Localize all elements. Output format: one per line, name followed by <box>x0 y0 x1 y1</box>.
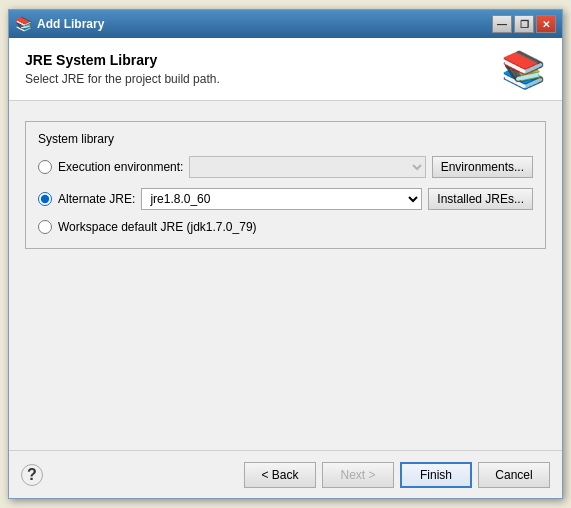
main-window: 📚 Add Library — ❐ ✕ JRE System Library S… <box>8 9 563 499</box>
execution-env-label: Execution environment: <box>58 160 183 174</box>
execution-env-select[interactable] <box>189 156 425 178</box>
alternate-jre-radio[interactable] <box>38 192 52 206</box>
cancel-button[interactable]: Cancel <box>478 462 550 488</box>
minimize-button[interactable]: — <box>492 15 512 33</box>
execution-env-row: Execution environment: Environments... <box>38 156 533 178</box>
help-button[interactable]: ? <box>21 464 43 486</box>
close-button[interactable]: ✕ <box>536 15 556 33</box>
execution-env-radio[interactable] <box>38 160 52 174</box>
alternate-jre-dropdown-container: jre1.8.0_60 Installed JREs... <box>141 188 533 210</box>
footer: ? < Back Next > Finish Cancel <box>9 450 562 498</box>
content-area: System library Execution environment: En… <box>9 101 562 450</box>
workspace-default-radio[interactable] <box>38 220 52 234</box>
header-section: JRE System Library Select JRE for the pr… <box>9 38 562 101</box>
header-books-icon: 📚 <box>501 52 546 88</box>
window-icon: 📚 <box>15 16 31 32</box>
workspace-default-row: Workspace default JRE (jdk1.7.0_79) <box>38 220 533 234</box>
execution-env-dropdown-container: Environments... <box>189 156 533 178</box>
restore-button[interactable]: ❐ <box>514 15 534 33</box>
title-bar-controls: — ❐ ✕ <box>492 15 556 33</box>
window-title: Add Library <box>37 17 492 31</box>
title-bar: 📚 Add Library — ❐ ✕ <box>9 10 562 38</box>
header-text: JRE System Library Select JRE for the pr… <box>25 52 220 86</box>
header-title: JRE System Library <box>25 52 220 68</box>
group-legend: System library <box>38 132 533 146</box>
header-subtitle: Select JRE for the project build path. <box>25 72 220 86</box>
environments-button[interactable]: Environments... <box>432 156 533 178</box>
alternate-jre-select[interactable]: jre1.8.0_60 <box>141 188 422 210</box>
footer-buttons: < Back Next > Finish Cancel <box>244 462 550 488</box>
finish-button[interactable]: Finish <box>400 462 472 488</box>
workspace-default-label: Workspace default JRE (jdk1.7.0_79) <box>58 220 257 234</box>
alternate-jre-row: Alternate JRE: jre1.8.0_60 Installed JRE… <box>38 188 533 210</box>
system-library-group: System library Execution environment: En… <box>25 121 546 249</box>
next-button[interactable]: Next > <box>322 462 394 488</box>
back-button[interactable]: < Back <box>244 462 316 488</box>
alternate-jre-label: Alternate JRE: <box>58 192 135 206</box>
installed-jres-button[interactable]: Installed JREs... <box>428 188 533 210</box>
